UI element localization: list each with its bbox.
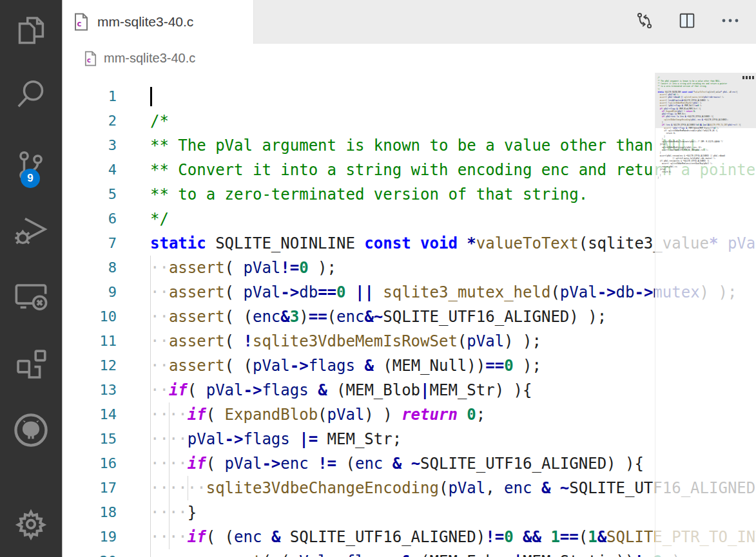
- code-line: 3** The pVal argument is known to be a v…: [63, 133, 756, 158]
- c-file-icon: c: [74, 13, 88, 31]
- code-line-text: ··assert( pVal!=0 );: [150, 256, 336, 280]
- code-line: 16····if( pVal->enc != (enc & ~SQLITE_UT…: [63, 451, 756, 476]
- text-cursor: [150, 87, 152, 106]
- code-line-text: }: [657, 152, 661, 154]
- line-number[interactable]: 4: [63, 158, 117, 182]
- code-line: 17······sqlite3VdbeChangeEncoding(pVal, …: [63, 476, 756, 500]
- open-changes-button[interactable]: [635, 11, 654, 33]
- code-line-text: ····if( ExpandBlob(pVal) ) return 0;: [150, 402, 485, 427]
- code-line: 12··assert( (pVal->flags & (MEM_Null))==…: [63, 354, 756, 378]
- code-line-text: ····if( ExpandBlob(pVal) ) return 0;: [657, 110, 695, 112]
- code-line-text: ** to a zero-terminated version of that …: [657, 86, 707, 88]
- source-control-icon: 9: [13, 148, 49, 184]
- code-line-text: /*: [150, 109, 169, 133]
- code-line-text: ··assert( (pVal->flags & (MEM_Null))==0 …: [657, 105, 702, 107]
- sidebar-item-explorer[interactable]: [0, 12, 62, 50]
- code-line-text: ** The pVal argument is known to be a va…: [150, 133, 709, 158]
- sidebar-item-remote-explorer[interactable]: [0, 278, 62, 317]
- code-line-text: }: [657, 135, 664, 137]
- split-editor-icon: [677, 11, 697, 33]
- activity-bar: 9: [0, 0, 62, 557]
- code-line-text: ····if( (enc & SQLITE_UTF16_ALIGNED)!=0 …: [657, 124, 741, 126]
- line-number[interactable]: 10: [63, 305, 117, 329]
- search-icon: [13, 76, 49, 112]
- code-line: 11··assert( !sqlite3VdbeMemIsRowSet(pVal…: [63, 329, 756, 354]
- code-line: 9··assert( pVal->db==0 || sqlite3_mutex_…: [63, 280, 756, 305]
- extensions-icon: [12, 346, 50, 383]
- code-line-text: ··if( pVal->flags & (MEM_Blob|MEM_Str) )…: [150, 378, 532, 402]
- code-line-text: }: [657, 138, 663, 140]
- tab-bar: c mm-sqlite3-40.c: [63, 0, 756, 44]
- sidebar-item-github[interactable]: [0, 411, 62, 449]
- code-line-text: if( sqlite3VdbeMemMakeWriteable(pVal)!=S…: [657, 129, 717, 131]
- line-number[interactable]: 16: [63, 451, 117, 476]
- gear-icon: [12, 505, 50, 543]
- line-number[interactable]: 3: [63, 133, 117, 158]
- ellipsis-icon: [720, 11, 741, 33]
- split-editor-button[interactable]: [677, 11, 697, 33]
- remote-icon: [12, 279, 50, 316]
- code-line: 6*/: [63, 207, 756, 231]
- code-line-text: ··if( pVal->flags & (MEM_Blob|MEM_Str) )…: [657, 108, 701, 109]
- code-line: 15····pVal->flags |= MEM_Str;: [63, 427, 756, 451]
- line-number[interactable]: 8: [63, 256, 117, 280]
- code-line: 4** Convert it into a string with encodi…: [63, 158, 756, 182]
- line-number[interactable]: 15: [63, 427, 117, 451]
- code-line-text: }: [657, 176, 659, 178]
- code-line-text: || sqlite3_mutex_held(pVal->db->mutex) )…: [657, 157, 715, 159]
- line-number[interactable]: 1: [63, 84, 117, 109]
- sidebar-item-search[interactable]: [0, 75, 62, 113]
- code-line: 5** to a zero-terminated version of that…: [63, 182, 756, 207]
- code-line: }: [657, 176, 745, 179]
- line-number[interactable]: 18: [63, 500, 117, 525]
- manage-button[interactable]: [0, 505, 62, 543]
- github-icon: [12, 411, 50, 449]
- code-line: 1: [63, 84, 756, 109]
- tab-actions: [635, 0, 741, 44]
- line-number[interactable]: 5: [63, 182, 117, 207]
- line-number[interactable]: 17: [63, 476, 117, 500]
- svg-text:c: c: [87, 56, 92, 64]
- line-number[interactable]: 20: [63, 549, 117, 557]
- code-line-text: }else{: [657, 169, 666, 171]
- code-line-text: ····pVal->flags |= MEM_Str;: [657, 113, 686, 115]
- sidebar-item-extensions[interactable]: [0, 345, 62, 384]
- code-line-text: ····}: [657, 122, 663, 124]
- line-number[interactable]: 11: [63, 329, 117, 354]
- line-number[interactable]: 13: [63, 378, 117, 402]
- line-number[interactable]: 14: [63, 402, 117, 427]
- compare-changes-icon: [635, 11, 654, 33]
- code-line-text: ** Convert it into a string with encodin…: [657, 82, 727, 84]
- code-line-text: assert( sqlite3VdbeMemConsistentDualRep(…: [657, 163, 712, 165]
- code-line-text: static SQLITE_NOINLINE const void *value…: [657, 91, 737, 93]
- line-number[interactable]: 12: [63, 354, 117, 378]
- code-line: 8··assert( pVal!=0 );: [63, 256, 756, 280]
- code-line: 20······assert( (pVal->flags & (MEM_Ephe…: [63, 549, 756, 557]
- debug-icon: [12, 211, 50, 248]
- line-number[interactable]: 9: [63, 280, 117, 305]
- sidebar-item-source-control[interactable]: 9: [0, 147, 62, 185]
- tab-label: mm-sqlite3-40.c: [97, 14, 193, 30]
- line-number[interactable]: 19: [63, 525, 117, 549]
- code-line-text: ··assert( (enc&3)==(enc&~SQLITE_UTF16_AL…: [657, 99, 709, 101]
- sidebar-item-run-debug[interactable]: [0, 210, 62, 249]
- code-line-text: ··assert( (enc&3)==(enc&~SQLITE_UTF16_AL…: [150, 305, 606, 329]
- line-number[interactable]: 7: [63, 231, 117, 256]
- line-number[interactable]: 6: [63, 207, 117, 231]
- line-number[interactable]: 2: [63, 109, 117, 133]
- code-line-text: ··assert( pVal->db==0 || sqlite3_mutex_h…: [657, 97, 724, 99]
- minimap[interactable]: /*** The pVal argument is known to be a …: [655, 73, 756, 557]
- breadcrumb[interactable]: c mm-sqlite3-40.c: [63, 44, 756, 73]
- more-actions-button[interactable]: [720, 11, 741, 33]
- code-line-text: */: [150, 207, 169, 231]
- tab-mm-sqlite3-40[interactable]: c mm-sqlite3-40.c: [63, 0, 254, 44]
- code-line-text: ····pVal->flags |= MEM_Str;: [150, 427, 402, 451]
- code-editor[interactable]: 12/*3** The pVal argument is known to be…: [63, 73, 756, 557]
- code-line-text: ····if( pVal->enc != (enc & ~SQLITE_UTF1…: [657, 116, 713, 118]
- code-line-text: ** The pVal argument is known to be a va…: [657, 80, 721, 82]
- c-file-icon: c: [84, 51, 97, 66]
- code-line-text: sqlite3VdbeMemStringify(pVal, enc, 0);: [657, 146, 702, 148]
- code-line-text: }else{: [657, 144, 666, 146]
- code-line-text: /*: [657, 77, 659, 79]
- code-line: 18····}: [63, 500, 756, 525]
